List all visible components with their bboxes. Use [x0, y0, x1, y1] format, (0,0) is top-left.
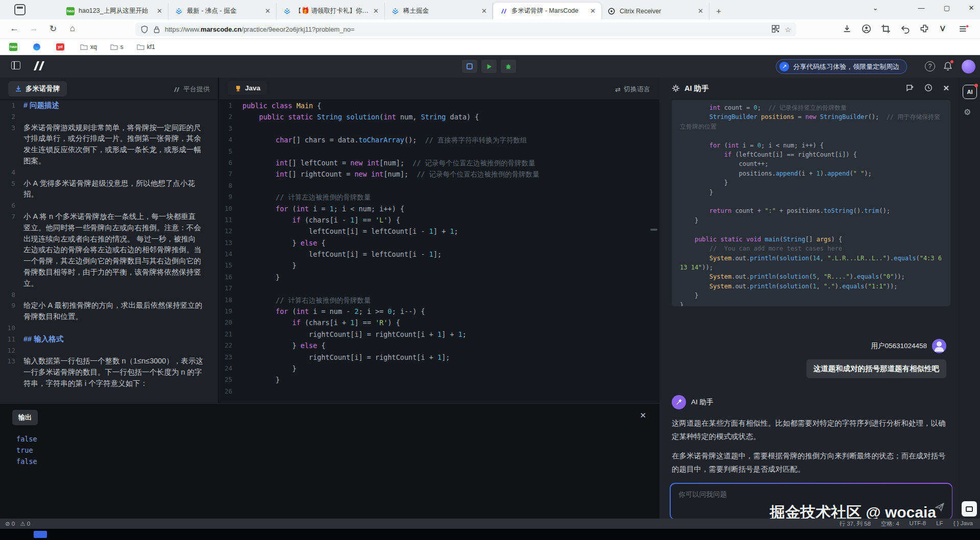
ai-panel-title: AI 助手 — [684, 84, 709, 93]
screenshot-icon[interactable] — [881, 24, 891, 34]
bookmark-item[interactable] — [33, 43, 43, 51]
status-problem-count[interactable]: ⊘ 0 — [5, 520, 15, 527]
tab-close-icon[interactable]: ✕ — [696, 7, 705, 15]
editor-scrollbar[interactable] — [650, 229, 657, 231]
code-line: // You can add more test cases here — [680, 244, 942, 253]
ai-code-block[interactable]: int count = 0; // 记录保持竖立的骨牌数量 StringBuil… — [672, 100, 950, 306]
new-chat-icon[interactable] — [905, 84, 914, 93]
share-banner[interactable]: ↗ 分享代码练习体验，领限量定制周边 — [776, 59, 907, 74]
browser-tab[interactable]: haohao123_上网从这里开始✕ — [60, 3, 168, 19]
output-close-icon[interactable]: ✕ — [640, 411, 646, 420]
back-button[interactable]: ← — [8, 23, 20, 34]
history-clock-icon[interactable] — [924, 84, 933, 93]
tools-gear-icon[interactable]: ⚙ — [964, 107, 971, 117]
ai-rail-badge[interactable]: AI — [963, 85, 977, 99]
help-icon[interactable]: ? — [925, 61, 935, 71]
ai-close-icon[interactable]: ✕ — [943, 84, 949, 93]
bookmark-item[interactable]: yd — [56, 43, 67, 51]
status-problem-count[interactable]: ⚠ 0 — [20, 520, 30, 527]
chat-input-placeholder: 你可以问我问题 — [679, 490, 727, 499]
bookmark-star-icon[interactable]: ☆ — [785, 26, 791, 34]
browser-tab[interactable]: 稀土掘金✕ — [385, 3, 493, 19]
status-bar: ⊘ 0⚠ 0 行 37, 列 58空格: 4UTF-8LF{ } Java — [0, 519, 980, 529]
tab-close-icon[interactable]: ✕ — [155, 7, 164, 15]
maximize-button[interactable]: ▢ — [939, 4, 954, 12]
problem-line: 4 — [0, 167, 218, 178]
language-tab[interactable]: Java — [228, 81, 267, 95]
switch-language-button[interactable]: ⇄ 切换语言 — [615, 85, 650, 94]
undo-icon[interactable] — [900, 24, 910, 34]
output-line: false — [16, 456, 37, 467]
run-button[interactable] — [481, 60, 497, 73]
bookmark-item[interactable]: kf1 — [137, 43, 155, 51]
user-name: 用户05631024458 — [871, 341, 927, 351]
problems-counts[interactable]: ⊘ 0⚠ 0 — [5, 520, 30, 527]
output-panel: 输出 ✕ falsetruefalse — [0, 403, 659, 519]
refresh-button[interactable]: ↻ — [47, 23, 59, 34]
bookmark-label: kf1 — [147, 43, 155, 51]
status-item[interactable]: 空格: 4 — [881, 520, 899, 528]
new-tab-button[interactable]: ＋ — [715, 6, 723, 17]
marscode-mini-icon — [173, 86, 180, 93]
floating-widget-button[interactable] — [962, 501, 977, 517]
browser-tab[interactable]: Citrix Receiver✕ — [601, 3, 709, 19]
code-line: 12 leftCount[i] = leftCount[i - 1] + 1; — [219, 226, 659, 237]
user-avatar[interactable] — [962, 60, 975, 73]
forward-button[interactable]: → — [28, 23, 40, 34]
problem-title-chip[interactable]: 多米诺骨牌 — [8, 81, 67, 96]
code-line: 18 // 计算右边被推倒的骨牌数量 — [219, 294, 659, 306]
status-item[interactable]: 行 37, 列 58 — [839, 520, 870, 528]
downloads-icon[interactable] — [842, 24, 852, 34]
problem-download-icon — [15, 85, 22, 92]
minimize-button[interactable]: — — [914, 4, 929, 12]
close-window-button[interactable]: ✕ — [964, 4, 979, 12]
sidebar-toggle-icon[interactable] — [11, 61, 20, 69]
profile-icon[interactable] — [862, 24, 871, 34]
tab-close-icon[interactable]: ✕ — [372, 7, 380, 15]
output-line: false — [16, 433, 37, 445]
bookmark-item[interactable]: s — [110, 43, 124, 51]
problem-panel-header: 多米诺骨牌 平台提供 — [0, 78, 218, 100]
tab-close-icon[interactable]: ✕ — [263, 7, 272, 15]
browser-tab[interactable]: 多米诺骨牌 - MarsCode✕ — [493, 3, 601, 19]
output-tab[interactable]: 输出 — [12, 410, 38, 425]
qr-code-icon[interactable] — [772, 25, 779, 34]
code-editor[interactable]: 1public class Main {2 public static Stri… — [219, 100, 659, 403]
taskbar — [0, 529, 980, 540]
status-item[interactable]: { } Java — [953, 520, 973, 528]
switch-icon: ⇄ — [615, 86, 621, 93]
marscode-icon — [499, 7, 507, 15]
debug-button[interactable] — [501, 60, 516, 73]
address-bar[interactable]: https://www.marscode.cn/practice/9eeor2o… — [135, 22, 796, 36]
taskbar-active-app[interactable] — [34, 531, 47, 538]
problem-description[interactable]: 1# 问题描述2 3多米诺骨牌游戏规则非常简单，将骨牌按一定间距的尺寸排成单行，… — [0, 100, 218, 403]
send-icon[interactable] — [935, 502, 945, 514]
code-line: System.out.println(solution(1, ".").equa… — [680, 282, 942, 291]
bookmark-item[interactable]: xq — [80, 43, 97, 51]
status-item[interactable]: LF — [936, 520, 943, 528]
workspaces-icon[interactable] — [14, 4, 26, 15]
juejin-icon — [283, 7, 291, 15]
share-icon: ↗ — [779, 62, 789, 71]
status-item[interactable]: UTF-8 — [910, 520, 926, 528]
tab-close-icon[interactable]: ✕ — [480, 7, 488, 15]
tab-title: 【🎁 请领取打卡礼】你的 AI 代 — [295, 7, 369, 15]
code-line: 19 for (int i = num - 2; i >= 0; i--) { — [219, 306, 659, 317]
code-line — [680, 131, 942, 140]
bookmark-item[interactable]: hao — [9, 43, 20, 51]
code-line: for (int i = 0; i < num; i++) { — [680, 141, 942, 150]
home-button[interactable]: ⌂ — [66, 23, 79, 34]
browser-menu-icon[interactable] — [959, 24, 969, 34]
code-line — [680, 197, 942, 206]
settings-run-config-button[interactable] — [462, 60, 477, 73]
extensions-puzzle-icon[interactable] — [920, 24, 929, 34]
marscode-logo — [31, 59, 46, 75]
tab-close-icon[interactable]: ✕ — [589, 7, 597, 15]
code-line: 5 — [219, 146, 659, 157]
browser-tab[interactable]: 最新 - 沸点 - 掘金✕ — [168, 3, 277, 19]
v-extension-icon[interactable]: 𝖵 — [940, 24, 945, 33]
code-line: 13 } else { — [219, 237, 659, 249]
notifications-bell-icon[interactable] — [943, 61, 952, 73]
browser-tab[interactable]: 【🎁 请领取打卡礼】你的 AI 代✕ — [277, 3, 385, 19]
chevron-down-icon[interactable]: ⌄ — [868, 4, 883, 12]
